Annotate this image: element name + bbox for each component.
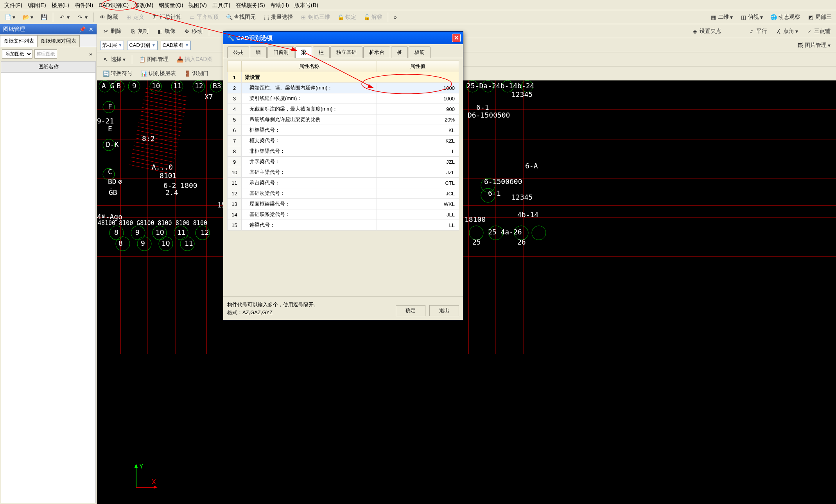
table-row[interactable]: 7框支梁代号：KZL (228, 136, 459, 146)
prop-value[interactable]: CTL (377, 178, 459, 188)
recognize-dropdown[interactable]: CAD识别▼ (127, 41, 157, 50)
pic-mgr-btn[interactable]: 🖼图片管理▾ (794, 41, 833, 50)
dialog-title-bar[interactable]: 🔧 CAD识别选项 ✕ (223, 32, 463, 44)
menu-rebar[interactable]: 钢筋量(Q) (156, 1, 185, 9)
insert-cad-btn[interactable]: 📥插入CAD图 (174, 55, 215, 64)
floor-dropdown[interactable]: 第-1层▼ (100, 41, 124, 50)
table-row[interactable]: 9井字梁代号：JZL (228, 157, 459, 167)
dialog-close-btn[interactable]: ✕ (452, 34, 461, 42)
save-btn[interactable]: 💾 (38, 13, 50, 22)
cancel-button[interactable]: 退出 (429, 305, 459, 316)
prop-value[interactable]: KZL (377, 136, 459, 146)
three-point-btn[interactable]: ⟋三点辅 (804, 27, 833, 36)
tab-file-list[interactable]: 图纸文件列表 (0, 35, 38, 47)
prop-value[interactable]: 900 (377, 104, 459, 114)
tab-footing[interactable]: 独立基础 (330, 46, 362, 58)
prop-value[interactable]: 1000 (377, 93, 459, 104)
table-row[interactable]: 13屋面框架梁代号：WKL (228, 199, 459, 209)
rebar-3d-btn[interactable]: ⊞钢筋三维 (298, 13, 332, 22)
recognize-door-btn[interactable]: 🚪识别门 (181, 69, 211, 78)
table-row[interactable]: 12基础次梁代号：JCL (228, 188, 459, 199)
table-row[interactable]: 3梁引线延伸长度(mm)：1000 (228, 93, 459, 104)
menu-floor[interactable]: 楼层(L) (49, 1, 72, 9)
select-btn[interactable]: ↖选择▾ (100, 55, 128, 64)
table-row[interactable]: 2梁端距柱、墙、梁范围内延伸(mm)：1000 (228, 83, 459, 93)
tab-pile-cap[interactable]: 桩承台 (363, 46, 390, 58)
sketch-dropdown[interactable]: CAD草图▼ (161, 41, 191, 50)
prop-value[interactable]: L (377, 146, 459, 157)
table-row[interactable]: 11承台梁代号：CTL (228, 178, 459, 188)
prop-value[interactable]: JZL (377, 167, 459, 178)
delete-btn[interactable]: ✂删除 (100, 27, 124, 36)
ok-button[interactable]: 确定 (396, 305, 425, 316)
table-row[interactable]: 1梁设置 (228, 72, 459, 83)
drawing-list[interactable] (1, 72, 96, 503)
menu-help[interactable]: 帮助(H) (268, 1, 291, 9)
set-grip-btn[interactable]: ◈设置夹点 (689, 27, 724, 36)
menu-member[interactable]: 构件(N) (72, 1, 95, 9)
move-btn[interactable]: ✥移动 (181, 27, 205, 36)
menu-modify[interactable]: 修改(M) (132, 1, 156, 9)
tab-opening[interactable]: 门窗洞 (267, 46, 294, 58)
prop-value[interactable]: WKL (377, 199, 459, 209)
point-angle-btn[interactable]: ∡点角▾ (773, 27, 800, 36)
table-row[interactable]: 15连梁代号：LL (228, 220, 459, 231)
close-panel-icon[interactable]: ✕ (89, 26, 93, 32)
tab-column[interactable]: 柱 (313, 46, 330, 58)
view-2d-btn[interactable]: ▦二维▾ (707, 13, 735, 22)
tab-pile[interactable]: 桩 (391, 46, 408, 58)
menu-version[interactable]: 版本号(B) (292, 1, 321, 9)
prop-value[interactable]: LL (377, 220, 459, 231)
drawing-mgr-btn[interactable]: 📋图纸管理 (136, 55, 171, 64)
tab-slab-rebar[interactable]: 板筋 (409, 46, 431, 58)
new-file-btn[interactable]: 📄▾ (2, 13, 18, 22)
toolbar-overflow[interactable]: » (391, 13, 399, 21)
organize-drawing-btn[interactable]: 整理图纸 (34, 49, 57, 59)
flat-top-btn[interactable]: ▭平齐板顶 (186, 13, 221, 22)
table-row[interactable]: 6框架梁代号：KL (228, 125, 459, 136)
table-row[interactable]: 8非框架梁代号：L (228, 146, 459, 157)
local-3d-btn[interactable]: ◩局部三 (805, 13, 834, 22)
unlock-btn[interactable]: 🔓解锁 (361, 13, 385, 22)
tab-beam[interactable]: 梁 (295, 46, 312, 58)
table-row[interactable]: 4无截面标注的梁，最大截面宽度(mm)：900 (228, 104, 459, 114)
menu-file[interactable]: 文件(F) (2, 1, 25, 9)
undo-btn[interactable]: ↶▾ (56, 13, 72, 22)
tab-common[interactable]: 公共 (227, 46, 249, 58)
convert-symbol-btn[interactable]: 🔄转换符号 (100, 69, 135, 78)
prop-value[interactable]: JLL (377, 209, 459, 220)
copy-btn[interactable]: ⎘复制 (127, 27, 151, 36)
find-elem-btn[interactable]: 🔍查找图元 (223, 13, 258, 22)
menu-view[interactable]: 视图(V) (186, 1, 209, 9)
redo-btn[interactable]: ↷▾ (74, 13, 90, 22)
bird-view-btn[interactable]: ◫俯视▾ (737, 13, 765, 22)
cad-viewport[interactable]: A G B 9 10 11 12 B3 X7 F 9-21 E D-K C BD… (97, 80, 836, 504)
pin-icon[interactable]: 📌 (79, 26, 86, 32)
define-btn[interactable]: ⊞定义 (123, 13, 147, 22)
menu-cad-recognize[interactable]: CAD识别(C) (96, 1, 131, 9)
panel-overflow[interactable]: » (87, 50, 95, 58)
prop-value[interactable]: JCL (377, 188, 459, 199)
menu-online[interactable]: 在线服务(S) (233, 1, 267, 9)
parallel-btn[interactable]: ⫽平行 (746, 27, 770, 36)
dynamic-view-btn[interactable]: 🌐动态观察 (768, 13, 802, 22)
table-row[interactable]: 10基础主梁代号：JZL (228, 167, 459, 178)
table-row[interactable]: 14基础联系梁代号：JLL (228, 209, 459, 220)
add-drawing-dropdown[interactable]: 添加图纸 (2, 49, 32, 59)
recognize-floor-btn[interactable]: 📊识别楼层表 (138, 69, 178, 78)
hide-btn[interactable]: 👁隐藏 (97, 13, 120, 22)
tab-floor-compare[interactable]: 图纸楼层对照表 (37, 35, 80, 47)
table-row[interactable]: 5吊筋线每侧允许超出梁宽的比例20% (228, 114, 459, 125)
open-file-btn[interactable]: 📂▾ (20, 13, 36, 22)
menu-edit[interactable]: 编辑(E) (25, 1, 48, 9)
prop-value[interactable]: 1000 (377, 83, 459, 93)
batch-select-btn[interactable]: ⬚批量选择 (260, 13, 295, 22)
prop-value[interactable]: 20% (377, 114, 459, 125)
sum-calc-btn[interactable]: Σ汇总计算 (149, 13, 184, 22)
prop-value[interactable]: JZL (377, 157, 459, 167)
lock-btn[interactable]: 🔒锁定 (335, 13, 359, 22)
mirror-btn[interactable]: ◧镜像 (154, 27, 178, 36)
prop-value[interactable]: KL (377, 125, 459, 136)
menu-tools[interactable]: 工具(T) (210, 1, 233, 9)
tab-wall[interactable]: 墙 (250, 46, 267, 58)
